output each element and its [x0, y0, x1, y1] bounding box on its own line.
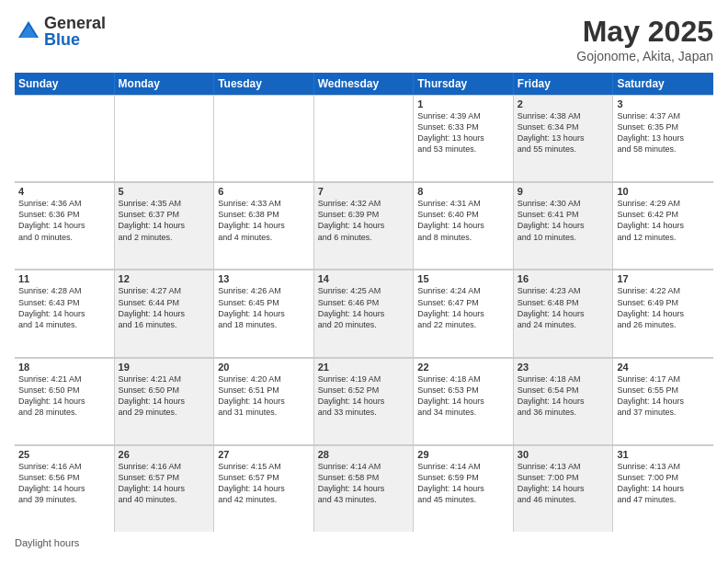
calendar-cell: 4Sunrise: 4:36 AM Sunset: 6:36 PM Daylig… — [15, 182, 115, 269]
calendar-cell: 5Sunrise: 4:35 AM Sunset: 6:37 PM Daylig… — [115, 182, 215, 269]
calendar-cell: 9Sunrise: 4:30 AM Sunset: 6:41 PM Daylig… — [514, 182, 614, 269]
cell-info: Sunrise: 4:27 AM Sunset: 6:44 PM Dayligh… — [119, 285, 210, 330]
calendar-cell: 24Sunrise: 4:17 AM Sunset: 6:55 PM Dayli… — [613, 358, 713, 444]
calendar-cell: 11Sunrise: 4:28 AM Sunset: 6:43 PM Dayli… — [15, 270, 115, 356]
cell-info: Sunrise: 4:26 AM Sunset: 6:45 PM Dayligh… — [218, 285, 310, 330]
calendar-cell: 25Sunrise: 4:16 AM Sunset: 6:56 PM Dayli… — [15, 445, 115, 532]
footer: Daylight hours — [15, 537, 713, 548]
calendar-cell: 18Sunrise: 4:21 AM Sunset: 6:50 PM Dayli… — [15, 358, 115, 444]
day-number: 10 — [617, 186, 710, 197]
calendar-cell — [115, 95, 215, 181]
day-number: 3 — [617, 98, 710, 109]
calendar-body: 1Sunrise: 4:39 AM Sunset: 6:33 PM Daylig… — [15, 95, 713, 532]
calendar-cell: 27Sunrise: 4:15 AM Sunset: 6:57 PM Dayli… — [214, 445, 314, 532]
day-number: 20 — [218, 362, 310, 373]
cell-info: Sunrise: 4:28 AM Sunset: 6:43 PM Dayligh… — [18, 285, 110, 330]
day-number: 19 — [119, 362, 210, 373]
day-number: 16 — [518, 273, 609, 284]
weekday-header: Saturday — [613, 73, 713, 95]
calendar-cell: 1Sunrise: 4:39 AM Sunset: 6:33 PM Daylig… — [414, 95, 514, 181]
cell-info: Sunrise: 4:23 AM Sunset: 6:48 PM Dayligh… — [518, 285, 609, 330]
cell-info: Sunrise: 4:39 AM Sunset: 6:33 PM Dayligh… — [417, 110, 509, 155]
calendar-cell: 6Sunrise: 4:33 AM Sunset: 6:38 PM Daylig… — [214, 182, 314, 269]
calendar-cell: 16Sunrise: 4:23 AM Sunset: 6:48 PM Dayli… — [514, 270, 614, 356]
cell-info: Sunrise: 4:13 AM Sunset: 7:00 PM Dayligh… — [518, 461, 609, 506]
day-number: 23 — [518, 362, 609, 373]
calendar-cell: 26Sunrise: 4:16 AM Sunset: 6:57 PM Dayli… — [115, 445, 215, 532]
month-title: May 2025 — [576, 15, 713, 49]
logo-blue: Blue — [44, 31, 106, 48]
day-number: 28 — [318, 449, 410, 460]
calendar-cell: 21Sunrise: 4:19 AM Sunset: 6:52 PM Dayli… — [314, 358, 415, 444]
day-number: 8 — [417, 186, 509, 197]
cell-info: Sunrise: 4:16 AM Sunset: 6:57 PM Dayligh… — [119, 461, 210, 506]
logo-general: General — [44, 15, 106, 31]
logo: General Blue — [15, 15, 106, 48]
cell-info: Sunrise: 4:33 AM Sunset: 6:38 PM Dayligh… — [218, 198, 310, 243]
day-number: 9 — [518, 186, 609, 197]
cell-info: Sunrise: 4:18 AM Sunset: 6:53 PM Dayligh… — [417, 373, 509, 419]
calendar-cell: 14Sunrise: 4:25 AM Sunset: 6:46 PM Dayli… — [314, 270, 415, 356]
calendar-cell: 22Sunrise: 4:18 AM Sunset: 6:53 PM Dayli… — [414, 358, 514, 444]
weekday-header: Friday — [514, 73, 614, 95]
weekday-header: Thursday — [414, 73, 514, 95]
calendar-cell: 13Sunrise: 4:26 AM Sunset: 6:45 PM Dayli… — [214, 270, 314, 356]
logo-text: General Blue — [44, 15, 106, 48]
calendar-cell: 10Sunrise: 4:29 AM Sunset: 6:42 PM Dayli… — [613, 182, 713, 269]
cell-info: Sunrise: 4:22 AM Sunset: 6:49 PM Dayligh… — [617, 285, 710, 330]
day-number: 7 — [318, 186, 410, 197]
calendar-cell: 15Sunrise: 4:24 AM Sunset: 6:47 PM Dayli… — [414, 270, 514, 356]
calendar-row: 18Sunrise: 4:21 AM Sunset: 6:50 PM Dayli… — [15, 358, 713, 445]
cell-info: Sunrise: 4:38 AM Sunset: 6:34 PM Dayligh… — [518, 110, 609, 155]
location-subtitle: Gojonome, Akita, Japan — [576, 49, 713, 63]
calendar-header: SundayMondayTuesdayWednesdayThursdayFrid… — [15, 73, 713, 95]
calendar-cell: 20Sunrise: 4:20 AM Sunset: 6:51 PM Dayli… — [214, 358, 314, 444]
day-number: 11 — [18, 273, 110, 284]
day-number: 2 — [518, 98, 609, 109]
day-number: 27 — [218, 449, 310, 460]
logo-icon — [15, 17, 42, 45]
cell-info: Sunrise: 4:37 AM Sunset: 6:35 PM Dayligh… — [617, 110, 710, 155]
calendar-cell: 29Sunrise: 4:14 AM Sunset: 6:59 PM Dayli… — [414, 445, 514, 532]
cell-info: Sunrise: 4:31 AM Sunset: 6:40 PM Dayligh… — [417, 198, 509, 243]
cell-info: Sunrise: 4:32 AM Sunset: 6:39 PM Dayligh… — [318, 198, 410, 243]
cell-info: Sunrise: 4:14 AM Sunset: 6:59 PM Dayligh… — [417, 461, 509, 506]
calendar-cell: 28Sunrise: 4:14 AM Sunset: 6:58 PM Dayli… — [314, 445, 415, 532]
cell-info: Sunrise: 4:15 AM Sunset: 6:57 PM Dayligh… — [218, 461, 310, 506]
title-block: May 2025 Gojonome, Akita, Japan — [576, 15, 713, 63]
day-number: 29 — [417, 449, 509, 460]
weekday-header: Monday — [115, 73, 215, 95]
day-number: 15 — [417, 273, 509, 284]
calendar-cell: 3Sunrise: 4:37 AM Sunset: 6:35 PM Daylig… — [613, 95, 713, 181]
calendar-row: 1Sunrise: 4:39 AM Sunset: 6:33 PM Daylig… — [15, 95, 713, 182]
calendar-cell: 12Sunrise: 4:27 AM Sunset: 6:44 PM Dayli… — [115, 270, 215, 356]
day-number: 25 — [18, 449, 110, 460]
day-number: 21 — [318, 362, 410, 373]
day-number: 24 — [617, 362, 710, 373]
day-number: 31 — [617, 449, 710, 460]
weekday-header: Tuesday — [214, 73, 314, 95]
calendar: SundayMondayTuesdayWednesdayThursdayFrid… — [15, 73, 713, 532]
day-number: 12 — [119, 273, 210, 284]
header: General Blue May 2025 Gojonome, Akita, J… — [15, 15, 713, 63]
day-number: 13 — [218, 273, 310, 284]
calendar-cell — [314, 95, 415, 181]
day-number: 18 — [18, 362, 110, 373]
cell-info: Sunrise: 4:35 AM Sunset: 6:37 PM Dayligh… — [119, 198, 210, 243]
day-number: 4 — [18, 186, 110, 197]
day-number: 14 — [318, 273, 410, 284]
day-number: 26 — [119, 449, 210, 460]
day-number: 17 — [617, 273, 710, 284]
calendar-row: 4Sunrise: 4:36 AM Sunset: 6:36 PM Daylig… — [15, 182, 713, 270]
cell-info: Sunrise: 4:13 AM Sunset: 7:00 PM Dayligh… — [617, 461, 710, 506]
calendar-cell: 8Sunrise: 4:31 AM Sunset: 6:40 PM Daylig… — [414, 182, 514, 269]
calendar-cell: 31Sunrise: 4:13 AM Sunset: 7:00 PM Dayli… — [613, 445, 713, 532]
calendar-cell: 17Sunrise: 4:22 AM Sunset: 6:49 PM Dayli… — [613, 270, 713, 356]
calendar-row: 11Sunrise: 4:28 AM Sunset: 6:43 PM Dayli… — [15, 270, 713, 357]
cell-info: Sunrise: 4:19 AM Sunset: 6:52 PM Dayligh… — [318, 373, 410, 419]
calendar-cell — [15, 95, 115, 181]
calendar-row: 25Sunrise: 4:16 AM Sunset: 6:56 PM Dayli… — [15, 445, 713, 532]
calendar-cell — [214, 95, 314, 181]
cell-info: Sunrise: 4:36 AM Sunset: 6:36 PM Dayligh… — [18, 198, 110, 243]
cell-info: Sunrise: 4:17 AM Sunset: 6:55 PM Dayligh… — [617, 373, 710, 419]
